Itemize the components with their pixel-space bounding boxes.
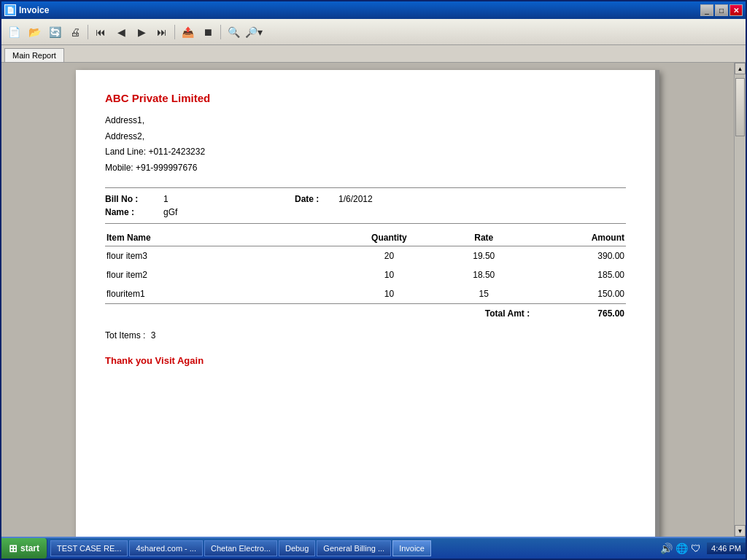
taskbar-item[interactable]: Chetan Electro... (204, 540, 277, 556)
item-amount: 150.00 (531, 284, 626, 304)
scrollbar-vertical[interactable]: ▲ ▼ (734, 63, 746, 537)
item-qty: 10 (342, 265, 437, 284)
col-header-qty: Quantity (342, 230, 437, 246)
item-amount: 185.00 (531, 265, 626, 284)
taskbar-items: TEST CASE RE...4shared.com - ...Chetan E… (47, 540, 654, 556)
name-label: Name : (105, 207, 156, 217)
scroll-track[interactable] (735, 74, 746, 525)
export-button[interactable]: 📤 (178, 23, 197, 42)
divider-2 (105, 223, 626, 224)
tray-icon-1: 🔊 (660, 542, 673, 554)
item-name: flour item2 (105, 265, 342, 284)
taskbar: ⊞ start TEST CASE RE...4shared.com - ...… (1, 537, 746, 559)
zoom-button[interactable]: 🔎▾ (244, 23, 263, 42)
thank-you: Thank you Visit Again (105, 355, 626, 366)
item-rate: 15 (436, 284, 531, 304)
open-button[interactable]: 📂 (25, 23, 44, 42)
main-window: 📄 Invoice _ □ ✕ 📄 📂 🔄 🖨 ⏮ ◀ ▶ ⏭ 📤 ⏹ 🔍 🔎▾… (0, 0, 747, 560)
date-label: Date : (295, 194, 331, 204)
titlebar-left: 📄 Invoice (4, 4, 49, 16)
mobile: Mobile: +91-999997676 (105, 160, 626, 176)
scroll-down-button[interactable]: ▼ (735, 525, 746, 537)
item-name: flouritem1 (105, 284, 342, 304)
toolbar-sep-1 (88, 25, 88, 39)
name-row: Name : gGf (105, 207, 626, 217)
col-header-amount: Amount (531, 230, 626, 246)
print-button[interactable]: 🖨 (66, 23, 85, 42)
scroll-thumb[interactable] (735, 78, 745, 136)
col-header-rate: Rate (436, 230, 531, 246)
tot-items: Tot Items : 3 (105, 330, 626, 341)
address2: Address2, (105, 129, 626, 145)
item-qty: 20 (342, 246, 437, 266)
stop-button[interactable]: ⏹ (198, 23, 217, 42)
window-title: Invoice (19, 5, 49, 15)
start-label: start (20, 543, 39, 553)
name-value: gGf (163, 207, 207, 217)
toolbar: 📄 📂 🔄 🖨 ⏮ ◀ ▶ ⏭ 📤 ⏹ 🔍 🔎▾ (1, 19, 746, 45)
total-row: Total Amt : 765.00 (105, 304, 626, 324)
address-block: Address1, Address2, Land Line: +011-2423… (105, 113, 626, 176)
taskbar-item[interactable]: TEST CASE RE... (50, 540, 128, 556)
window-icon: 📄 (4, 4, 16, 16)
start-icon: ⊞ (9, 542, 18, 554)
start-button[interactable]: ⊞ start (1, 538, 47, 559)
total-spacer (105, 304, 342, 324)
total-label: Total Amt : (436, 304, 531, 324)
bill-no-row: Bill No : 1 Date : 1/6/2012 (105, 194, 626, 204)
close-button[interactable]: ✕ (729, 4, 743, 16)
taskbar-item[interactable]: Debug (279, 540, 315, 556)
scroll-up-button[interactable]: ▲ (735, 63, 746, 74)
item-rate: 19.50 (436, 246, 531, 266)
tab-main-report[interactable]: Main Report (4, 48, 64, 62)
new-button[interactable]: 📄 (4, 23, 23, 42)
table-row: flour item3 20 19.50 390.00 (105, 246, 626, 266)
total-spacer2 (342, 304, 437, 324)
minimize-button[interactable]: _ (700, 4, 713, 16)
bill-no-label: Bill No : (105, 194, 156, 204)
taskbar-tray: 🔊 🌐 🛡 (654, 542, 707, 554)
invoice-paper: ABC Private Limited Address1, Address2, … (76, 70, 659, 537)
nav-next-button[interactable]: ▶ (132, 23, 151, 42)
taskbar-item[interactable]: General Billing ... (317, 540, 391, 556)
taskbar-item[interactable]: 4shared.com - ... (129, 540, 203, 556)
date-value: 1/6/2012 (338, 194, 373, 204)
titlebar-controls: _ □ ✕ (700, 4, 743, 16)
item-amount: 390.00 (531, 246, 626, 266)
col-header-item: Item Name (105, 230, 342, 246)
item-qty: 10 (342, 284, 437, 304)
table-header-row: Item Name Quantity Rate Amount (105, 230, 626, 246)
scroll-area[interactable]: ABC Private Limited Address1, Address2, … (1, 63, 734, 537)
taskbar-item[interactable]: Invoice (392, 540, 431, 556)
toolbar-sep-3 (220, 25, 221, 39)
address1: Address1, (105, 113, 626, 129)
landline: Land Line: +011-2423232 (105, 144, 626, 160)
nav-last-button[interactable]: ⏭ (152, 23, 171, 42)
maximize-button[interactable]: □ (715, 4, 728, 16)
divider-1 (105, 187, 626, 188)
toolbar-sep-2 (174, 25, 175, 39)
content-area: ABC Private Limited Address1, Address2, … (1, 63, 746, 537)
clock: 4:46 PM (707, 542, 746, 554)
bill-no-value: 1 (163, 194, 207, 204)
bill-info: Bill No : 1 Date : 1/6/2012 Name : gGf (105, 194, 626, 217)
nav-prev-button[interactable]: ◀ (112, 23, 131, 42)
tray-icon-2: 🌐 (676, 542, 688, 554)
company-name: ABC Private Limited (105, 92, 626, 104)
item-name: flour item3 (105, 246, 342, 266)
table-row: flour item2 10 18.50 185.00 (105, 265, 626, 284)
search-button[interactable]: 🔍 (224, 23, 243, 42)
tot-items-value: 3 (151, 330, 156, 341)
titlebar: 📄 Invoice _ □ ✕ (1, 1, 746, 19)
invoice-table: Item Name Quantity Rate Amount flour ite… (105, 230, 626, 323)
tray-icon-3: 🛡 (691, 542, 701, 554)
item-rate: 18.50 (436, 265, 531, 284)
tabbar: Main Report (1, 45, 746, 63)
refresh-button[interactable]: 🔄 (45, 23, 64, 42)
tot-items-label: Tot Items : (105, 330, 145, 341)
nav-first-button[interactable]: ⏮ (91, 23, 110, 42)
table-row: flouritem1 10 15 150.00 (105, 284, 626, 304)
total-value: 765.00 (531, 304, 626, 324)
